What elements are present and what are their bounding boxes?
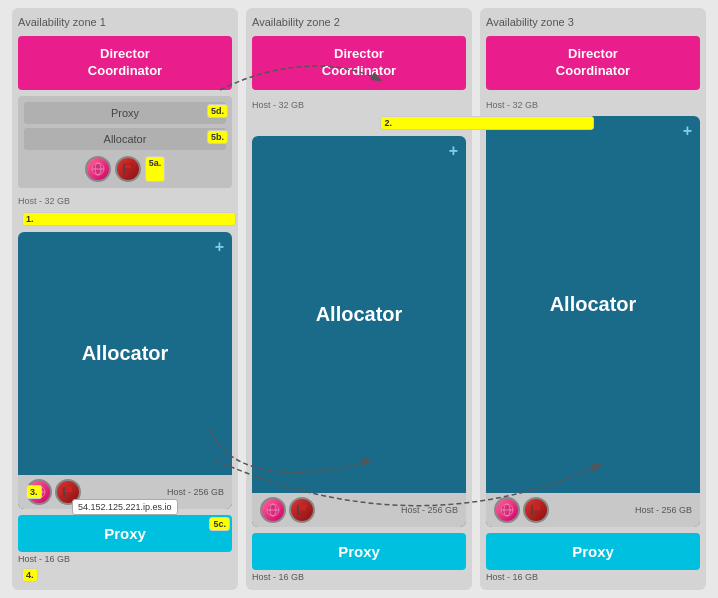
badge-1: 1.: [22, 212, 236, 226]
flag-icon-alloc-2[interactable]: [289, 497, 315, 523]
badge-5b: 5b.: [207, 130, 228, 144]
allocator-label-1: Allocator: [18, 232, 232, 475]
zone-1: Availability zone 1 DirectorCoordinator …: [12, 8, 238, 590]
allocator-large-3: + Allocator: [486, 116, 700, 527]
host-label-alloc-1: Host - 256 GB: [167, 487, 224, 497]
allocator-bottom-2: Host - 256 GB: [252, 493, 466, 527]
badge-5d: 5d.: [207, 104, 228, 118]
globe-icon-alloc-3[interactable]: [494, 497, 520, 523]
allocator-icons-2: [260, 497, 315, 523]
badge-5c: 5c.: [209, 517, 230, 531]
globe-icon-1[interactable]: [85, 156, 111, 182]
proxy-bottom-3: Proxy: [486, 533, 700, 570]
host-label-proxy-3: Host - 16 GB: [486, 572, 700, 582]
allocator-inner-1: Allocator 5b.: [24, 128, 226, 150]
allocator-plus-2[interactable]: +: [449, 142, 458, 160]
flag-icon-alloc-3[interactable]: [523, 497, 549, 523]
zone-3: Availability zone 3 DirectorCoordinator …: [480, 8, 706, 590]
zone-3-title: Availability zone 3: [486, 16, 700, 28]
badge-3: 3.: [26, 485, 42, 499]
host-label-inner-1: Host - 32 GB: [18, 196, 232, 206]
svg-rect-3: [124, 164, 132, 169]
allocator-bottom-3: Host - 256 GB: [486, 493, 700, 527]
host-label-proxy-1: Host - 16 GB: [18, 554, 232, 564]
svg-rect-9: [64, 487, 72, 492]
badge-4: 4.: [22, 568, 38, 582]
badge-5a: 5a.: [145, 156, 166, 182]
zone-1-title: Availability zone 1: [18, 16, 232, 28]
tooltip-ip: 54.152.125.221.ip.es.io: [72, 499, 178, 515]
main-container: Availability zone 1 DirectorCoordinator …: [0, 0, 718, 598]
svg-rect-14: [298, 505, 306, 510]
host-label-proxy-2: Host - 16 GB: [252, 572, 466, 582]
proxy-bottom-2: Proxy: [252, 533, 466, 570]
proxy-inner-1: Proxy 5d.: [24, 102, 226, 124]
allocator-label-2: Allocator: [252, 136, 466, 493]
badge-2: 2.: [380, 116, 594, 130]
host-label-alloc-3: Host - 256 GB: [635, 505, 692, 515]
icons-row-1: 5a.: [24, 156, 226, 182]
director-coordinator-3: DirectorCoordinator: [486, 36, 700, 90]
host-label-alloc-2: Host - 256 GB: [401, 505, 458, 515]
allocator-label-3: Allocator: [486, 116, 700, 493]
svg-rect-19: [532, 505, 540, 510]
globe-icon-alloc-2[interactable]: [260, 497, 286, 523]
zone-2-title: Availability zone 2: [252, 16, 466, 28]
allocator-plus-3[interactable]: +: [683, 122, 692, 140]
inner-group-1: Proxy 5d. Allocator 5b.: [18, 96, 232, 188]
allocator-icons-3: [494, 497, 549, 523]
allocator-large-2: + Allocator: [252, 136, 466, 527]
allocator-large-1: + Allocator: [18, 232, 232, 509]
director-coordinator-1: DirectorCoordinator: [18, 36, 232, 90]
director-coordinator-2: DirectorCoordinator: [252, 36, 466, 90]
host-label-inner-2: Host - 32 GB: [252, 100, 466, 110]
host-label-inner-3: Host - 32 GB: [486, 100, 700, 110]
proxy-bottom-1: Proxy: [18, 515, 232, 552]
zone-2: Availability zone 2 DirectorCoordinator …: [246, 8, 472, 590]
allocator-plus-1[interactable]: +: [215, 238, 224, 256]
flag-icon-1[interactable]: [115, 156, 141, 182]
